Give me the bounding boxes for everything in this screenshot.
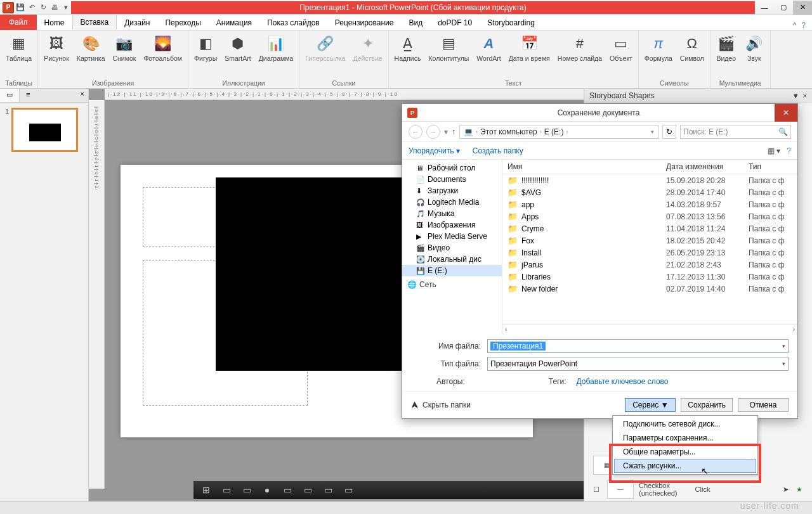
tab-slideshow[interactable]: Показ слайдов — [259, 16, 327, 30]
filetype-select[interactable]: Презентация PowerPoint▾ — [487, 357, 789, 371]
up-button[interactable]: ↑ — [452, 127, 455, 136]
tab-transitions[interactable]: Переходы — [157, 16, 208, 30]
list-row[interactable]: 📁Fox18.02.2015 20:42Папка с ф — [502, 235, 797, 247]
list-row[interactable]: 📁New folder02.07.2019 14:40Папка с ф — [502, 283, 797, 295]
qat-more-icon[interactable]: ▾ — [61, 3, 71, 13]
cancel-button[interactable]: Отмена — [738, 398, 789, 412]
cmd-screenshot[interactable]: 📷Снимок — [110, 32, 138, 64]
black-rectangle[interactable] — [216, 177, 406, 371]
tools-button[interactable]: Сервис ▼ — [625, 398, 676, 412]
cmd-picture[interactable]: 🖼Рисунок — [42, 32, 71, 64]
new-folder-button[interactable]: Создать папку — [473, 146, 523, 155]
taskbar-item[interactable]: ● — [258, 483, 276, 497]
ribbon-collapse-icon[interactable]: ^ — [793, 21, 797, 30]
close-button[interactable]: ✕ — [793, 1, 812, 15]
breadcrumb-item[interactable]: E (E:) — [544, 127, 564, 136]
breadcrumb-item[interactable]: Этот компьютер — [480, 127, 537, 136]
dropdown-item-general-options[interactable]: Общие параметры... — [614, 445, 756, 459]
cmd-textbox[interactable]: A̲Надпись — [393, 32, 423, 64]
cmd-slidenumber[interactable]: #Номер слайда — [556, 32, 604, 64]
column-type[interactable]: Тип — [749, 162, 761, 171]
tree-item[interactable]: 💽Локальный дис — [402, 254, 502, 265]
panel-dropdown-icon[interactable]: ▼ — [792, 92, 799, 100]
dropdown-item-network-drive[interactable]: Подключить сетевой диск... — [614, 417, 756, 431]
taskbar-item[interactable]: ▭ — [339, 483, 357, 497]
column-date[interactable]: Дата изменения — [666, 162, 749, 171]
tab-file[interactable]: Файл — [0, 15, 37, 30]
list-row[interactable]: 📁jParus21.02.2018 2:43Папка с ф — [502, 259, 797, 271]
refresh-button[interactable]: ↻ — [662, 125, 676, 139]
slides-tab[interactable]: ▭ — [0, 89, 20, 102]
tree-item[interactable]: 🎬Видео — [402, 242, 502, 254]
tab-dopdf[interactable]: doPDF 10 — [430, 16, 480, 30]
start-icon[interactable]: ⊞ — [197, 483, 215, 497]
dropdown-item-compress-pictures[interactable]: Сжать рисунки... — [614, 459, 756, 473]
cmd-symbol[interactable]: ΩСимвол — [678, 32, 706, 64]
cmd-object[interactable]: ▭Объект — [608, 32, 634, 64]
tree-item[interactable]: 🎵Музыка — [402, 208, 502, 219]
minimize-button[interactable]: — — [755, 1, 774, 15]
taskbar-item[interactable]: ▭ — [299, 483, 317, 497]
tree-item[interactable]: ⬇Загрузки — [402, 185, 502, 196]
cmd-headerfooter[interactable]: ▤Колонтитулы — [426, 32, 471, 64]
tree-network[interactable]: 🌐Сеть — [402, 276, 502, 290]
taskbar-item[interactable]: ▭ — [238, 483, 256, 497]
list-row[interactable]: 📁Libraries17.12.2013 11:30Папка с ф — [502, 271, 797, 283]
cmd-audio[interactable]: 🔊Звук — [742, 32, 766, 64]
tab-view[interactable]: Вид — [401, 16, 430, 30]
qat-redo-icon[interactable]: ↻ — [38, 3, 48, 13]
tree-item[interactable]: 🖼Изображения — [402, 219, 502, 231]
maximize-button[interactable]: ▢ — [774, 1, 793, 15]
column-name[interactable]: Имя — [508, 162, 666, 171]
tab-insert[interactable]: Вставка — [72, 15, 117, 30]
cmd-wordart[interactable]: AWordArt — [475, 32, 502, 64]
back-button[interactable]: ← — [409, 125, 422, 139]
tab-design[interactable]: Дизайн — [117, 16, 157, 30]
outline-tab[interactable]: ≡ — [20, 89, 36, 102]
list-row[interactable]: 📁Apps07.08.2013 13:56Папка с ф — [502, 210, 797, 222]
taskbar-item[interactable]: ▭ — [278, 483, 296, 497]
scroll-right-icon[interactable]: › — [793, 326, 795, 333]
tree-drive-e[interactable]: 💾E (E:) — [402, 265, 502, 276]
list-row[interactable]: 📁!!!!!!!!!!!!!15.09.2018 20:28Папка с ф — [502, 174, 797, 186]
checkbox-icon[interactable]: ☐ — [593, 485, 602, 494]
cmd-datetime[interactable]: 📅Дата и время — [507, 32, 552, 64]
qat-save-icon[interactable]: 💾 — [15, 3, 25, 13]
qat-print-icon[interactable]: 🖶 — [49, 3, 60, 13]
tab-home[interactable]: Home — [37, 16, 72, 30]
help-icon[interactable]: ? — [787, 146, 791, 155]
tree-item[interactable]: ▶Plex Media Serve — [402, 231, 502, 242]
slide-thumbnail[interactable] — [11, 108, 78, 152]
list-row[interactable]: 📁Install26.05.2019 23:13Папка с ф — [502, 247, 797, 259]
filename-input[interactable]: Презентация1▾ — [487, 339, 789, 353]
tree-item[interactable]: 🎧Logitech Media — [402, 196, 502, 208]
tab-animation[interactable]: Анимация — [209, 16, 259, 30]
tab-review[interactable]: Рецензирование — [327, 16, 402, 30]
shape-thumb[interactable]: — — [607, 480, 634, 499]
help-icon[interactable]: ? — [801, 21, 806, 30]
save-button[interactable]: Сохранить — [681, 398, 733, 412]
cmd-smartart[interactable]: ⬢SmartArt — [223, 32, 252, 64]
scroll-left-icon[interactable]: ‹ — [505, 326, 507, 333]
taskbar-item[interactable]: ▭ — [319, 483, 337, 497]
cmd-table[interactable]: ▦Таблица — [4, 32, 34, 64]
tags-add-link[interactable]: Добавьте ключевое слово — [577, 377, 669, 386]
cmd-shapes[interactable]: ◧Фигуры — [192, 32, 219, 64]
view-options-icon[interactable]: ▦ ▾ — [768, 146, 780, 155]
cmd-photoalbum[interactable]: 🌄Фотоальбом — [141, 32, 184, 64]
dropdown-item-save-options[interactable]: Параметры сохранения... — [614, 431, 756, 445]
taskbar-item[interactable]: ▭ — [218, 483, 235, 497]
cmd-video[interactable]: 🎬Видео — [714, 32, 738, 64]
list-row[interactable]: 📁$AVG28.09.2014 17:40Папка с ф — [502, 186, 797, 198]
tab-storyboarding[interactable]: Storyboarding — [480, 16, 542, 30]
hide-folders-button[interactable]: ⮝Скрыть папки — [411, 401, 471, 409]
qat-undo-icon[interactable]: ↶ — [27, 3, 37, 13]
forward-button[interactable]: → — [426, 125, 440, 139]
list-row[interactable]: 📁app14.03.2018 9:57Папка с ф — [502, 198, 797, 210]
tree-item[interactable]: 🖥Рабочий стол — [402, 162, 502, 174]
dialog-close-button[interactable]: ✕ — [775, 104, 797, 122]
list-row[interactable]: 📁Cryme11.04.2018 11:24Папка с ф — [502, 222, 797, 235]
tree-item[interactable]: 📄Documents — [402, 174, 502, 185]
cmd-clipart[interactable]: 🎨Картинка — [75, 32, 107, 64]
organize-button[interactable]: Упорядочить ▾ — [409, 146, 460, 155]
